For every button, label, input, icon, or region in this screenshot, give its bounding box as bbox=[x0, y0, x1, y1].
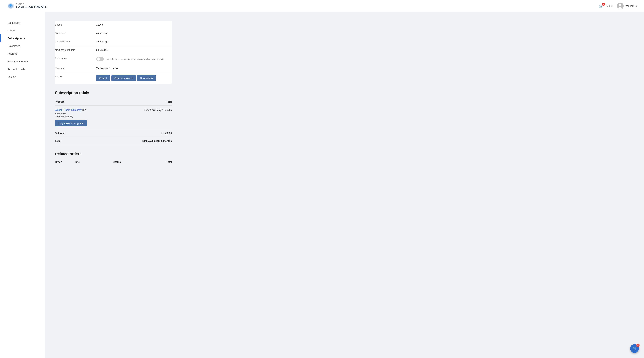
next-payment-date-row: Next payment date 24/01/2025 bbox=[55, 46, 172, 54]
actions-row: Actions Cancel Change payment Renew now bbox=[55, 72, 172, 84]
logo-brand: FAMES AUTOMATE bbox=[16, 5, 47, 9]
total-value: RM550.00 every 6 months bbox=[133, 140, 172, 142]
sidebar-item-log-out[interactable]: Log out bbox=[0, 73, 44, 81]
sidebar-item-payment-methods[interactable]: Payment methods bbox=[0, 57, 44, 65]
header-right: 🛒 2 RM0.00 izzuddin ▾ bbox=[599, 2, 637, 9]
last-order-date-row: Last order date 4 mins ago bbox=[55, 37, 172, 46]
username: izzuddin bbox=[625, 4, 634, 7]
status-label: Status bbox=[55, 23, 93, 26]
logo: FAMES FAMES AUTOMATE bbox=[7, 2, 47, 10]
related-orders-header: Order Date Status Total bbox=[55, 159, 172, 166]
logo-icon bbox=[7, 2, 14, 10]
cart-button[interactable]: 🛒 2 bbox=[599, 4, 604, 8]
sidebar-item-orders[interactable]: Orders bbox=[0, 27, 44, 34]
auto-renew-toggle-container: Using the auto-renewal toggle is disable… bbox=[96, 57, 172, 61]
product-link[interactable]: Wabot - Basic, 6 Monthly bbox=[55, 109, 82, 111]
renew-now-button[interactable]: Renew now bbox=[137, 75, 156, 81]
start-date-row: Start date 4 mins ago bbox=[55, 29, 172, 37]
sidebar: Dashboard Orders Subscriptions Downloads… bbox=[0, 12, 45, 358]
product-plan: Plan: Basic bbox=[55, 112, 133, 115]
auto-renew-label: Auto renew bbox=[55, 57, 93, 60]
total-label: Total: bbox=[55, 140, 133, 142]
date-column-header: Date bbox=[74, 161, 114, 163]
auto-renew-row: Auto renew Using the auto-renewal toggle… bbox=[55, 54, 172, 64]
avatar bbox=[617, 2, 624, 9]
next-payment-date-value: 24/01/2025 bbox=[96, 49, 172, 51]
floating-cart-icon: 🛒 bbox=[632, 346, 637, 351]
last-order-date-value: 4 mins ago bbox=[96, 40, 172, 43]
sidebar-item-address[interactable]: Address bbox=[0, 50, 44, 57]
status-row: Status Active bbox=[55, 20, 172, 29]
product-info: Wabot - Basic, 6 Monthly × 2 Plan: Basic… bbox=[55, 108, 133, 127]
upgrade-downgrade-button[interactable]: Upgrade or Downgrade bbox=[55, 120, 87, 127]
start-date-label: Start date bbox=[55, 32, 93, 34]
sidebar-item-downloads[interactable]: Downloads bbox=[0, 42, 44, 50]
order-column-header: Order bbox=[55, 161, 74, 163]
subscription-info-table: Status Active Start date 4 mins ago Last… bbox=[55, 20, 172, 84]
main-layout: Dashboard Orders Subscriptions Downloads… bbox=[0, 12, 644, 358]
last-order-date-label: Last order date bbox=[55, 40, 93, 43]
status-value: Active bbox=[96, 23, 172, 26]
related-orders-title: Related orders bbox=[55, 152, 634, 156]
chevron-down-icon: ▾ bbox=[636, 5, 637, 7]
product-quantity: × 2 bbox=[82, 109, 86, 111]
upgrade-downgrade-container: Upgrade or Downgrade bbox=[55, 120, 133, 127]
product-column-header: Product bbox=[55, 101, 133, 103]
floating-cart-button[interactable]: 🛒 2 bbox=[630, 344, 639, 353]
plan-value: Basic bbox=[61, 112, 66, 115]
start-date-value: 4 mins ago bbox=[96, 32, 172, 34]
product-period: Period: 6 Monthly bbox=[55, 115, 133, 118]
product-row: Wabot - Basic, 6 Monthly × 2 Plan: Basic… bbox=[55, 106, 172, 129]
actions-label: Actions bbox=[55, 75, 93, 78]
header: FAMES FAMES AUTOMATE 🛒 2 RM0.00 izzuddin… bbox=[0, 0, 644, 12]
cart-badge: 2 bbox=[602, 3, 605, 6]
period-label: Period: bbox=[55, 115, 63, 118]
payment-value: Via Manual Renewal bbox=[96, 67, 172, 69]
svg-point-5 bbox=[619, 4, 621, 6]
toggle-knob bbox=[97, 57, 100, 61]
product-total: RM550.00 every 6 months bbox=[133, 108, 172, 112]
cart-amount: RM0.00 bbox=[605, 5, 613, 7]
period-value: 6 Monthly bbox=[63, 115, 73, 118]
next-payment-date-label: Next payment date bbox=[55, 49, 93, 51]
total-column-header: Total bbox=[133, 101, 172, 103]
main-content: Status Active Start date 4 mins ago Last… bbox=[45, 12, 644, 358]
user-menu-button[interactable]: izzuddin ▾ bbox=[617, 2, 637, 9]
auto-renew-toggle[interactable] bbox=[96, 57, 104, 61]
totals-header: Product Total bbox=[55, 99, 172, 106]
sidebar-item-subscriptions[interactable]: Subscriptions bbox=[0, 34, 44, 42]
sidebar-item-account-details[interactable]: Account details bbox=[0, 65, 44, 73]
subtotal-value: RM550.00 bbox=[133, 132, 172, 135]
payment-row: Payment Via Manual Renewal bbox=[55, 64, 172, 72]
change-payment-button[interactable]: Change payment bbox=[111, 75, 136, 81]
total-row: Total: RM550.00 every 6 months bbox=[55, 137, 172, 145]
sidebar-item-dashboard[interactable]: Dashboard bbox=[0, 19, 44, 27]
floating-cart-badge: 2 bbox=[636, 344, 640, 347]
cancel-button[interactable]: Cancel bbox=[96, 75, 110, 81]
subscription-totals-title: Subscription totals bbox=[55, 91, 634, 95]
toggle-note: Using the auto-renewal toggle is disable… bbox=[106, 58, 164, 60]
status-column-header: Status bbox=[114, 161, 152, 163]
subtotal-label: Subtotal: bbox=[55, 132, 133, 135]
payment-label: Payment bbox=[55, 67, 93, 69]
auto-renew-value: Using the auto-renewal toggle is disable… bbox=[96, 57, 172, 61]
subtotal-row: Subtotal: RM550.00 bbox=[55, 129, 172, 137]
total-column-header-related: Total bbox=[152, 161, 172, 163]
plan-label: Plan: bbox=[55, 112, 60, 115]
product-name-line: Wabot - Basic, 6 Monthly × 2 bbox=[55, 108, 133, 111]
actions-value: Cancel Change payment Renew now bbox=[96, 75, 172, 81]
subscription-totals-section: Product Total Wabot - Basic, 6 Monthly ×… bbox=[55, 99, 172, 145]
action-buttons: Cancel Change payment Renew now bbox=[96, 75, 172, 81]
logo-subtitle: FAMES bbox=[16, 3, 47, 5]
